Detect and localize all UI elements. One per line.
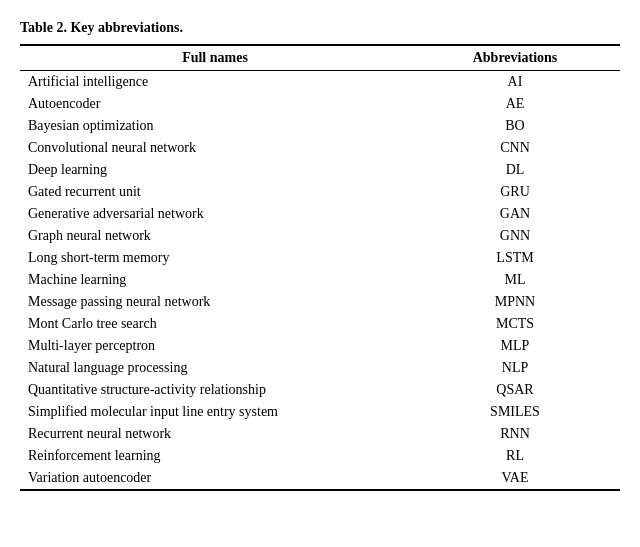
cell-abbreviation: NLP [410, 357, 620, 379]
table-row: Reinforcement learningRL [20, 445, 620, 467]
cell-abbreviation: GRU [410, 181, 620, 203]
cell-abbreviation: MPNN [410, 291, 620, 313]
cell-full-name: Generative adversarial network [20, 203, 410, 225]
table-row: Recurrent neural networkRNN [20, 423, 620, 445]
cell-abbreviation: GNN [410, 225, 620, 247]
column-header-abbreviations: Abbreviations [410, 45, 620, 71]
cell-full-name: Artificial intelligence [20, 71, 410, 94]
cell-full-name: Gated recurrent unit [20, 181, 410, 203]
cell-abbreviation: AE [410, 93, 620, 115]
table-header-row: Full names Abbreviations [20, 45, 620, 71]
table-row: Deep learningDL [20, 159, 620, 181]
cell-full-name: Convolutional neural network [20, 137, 410, 159]
column-header-full-names: Full names [20, 45, 410, 71]
cell-full-name: Machine learning [20, 269, 410, 291]
table-row: Mont Carlo tree searchMCTS [20, 313, 620, 335]
cell-abbreviation: SMILES [410, 401, 620, 423]
cell-abbreviation: ML [410, 269, 620, 291]
table-row: Bayesian optimizationBO [20, 115, 620, 137]
table-row: Simplified molecular input line entry sy… [20, 401, 620, 423]
table-row: Gated recurrent unitGRU [20, 181, 620, 203]
cell-full-name: Message passing neural network [20, 291, 410, 313]
cell-full-name: Mont Carlo tree search [20, 313, 410, 335]
cell-abbreviation: AI [410, 71, 620, 94]
table-row: Artificial intelligenceAI [20, 71, 620, 94]
table-row: Generative adversarial networkGAN [20, 203, 620, 225]
cell-abbreviation: RNN [410, 423, 620, 445]
cell-full-name: Variation autoencoder [20, 467, 410, 490]
table-row: Natural language processingNLP [20, 357, 620, 379]
cell-full-name: Reinforcement learning [20, 445, 410, 467]
cell-full-name: Graph neural network [20, 225, 410, 247]
cell-abbreviation: VAE [410, 467, 620, 490]
cell-full-name: Autoencoder [20, 93, 410, 115]
cell-full-name: Natural language processing [20, 357, 410, 379]
cell-abbreviation: MCTS [410, 313, 620, 335]
cell-full-name: Long short-term memory [20, 247, 410, 269]
table-row: Message passing neural networkMPNN [20, 291, 620, 313]
cell-abbreviation: RL [410, 445, 620, 467]
cell-abbreviation: GAN [410, 203, 620, 225]
cell-abbreviation: CNN [410, 137, 620, 159]
cell-abbreviation: LSTM [410, 247, 620, 269]
abbreviations-table: Full names Abbreviations Artificial inte… [20, 44, 620, 491]
cell-full-name: Bayesian optimization [20, 115, 410, 137]
table-row: Convolutional neural networkCNN [20, 137, 620, 159]
table-row: Long short-term memoryLSTM [20, 247, 620, 269]
cell-full-name: Deep learning [20, 159, 410, 181]
cell-abbreviation: DL [410, 159, 620, 181]
cell-full-name: Multi-layer perceptron [20, 335, 410, 357]
cell-full-name: Recurrent neural network [20, 423, 410, 445]
table-row: Multi-layer perceptronMLP [20, 335, 620, 357]
table-row: Graph neural networkGNN [20, 225, 620, 247]
cell-full-name: Simplified molecular input line entry sy… [20, 401, 410, 423]
table-row: Quantitative structure-activity relation… [20, 379, 620, 401]
cell-abbreviation: MLP [410, 335, 620, 357]
table-row: Machine learningML [20, 269, 620, 291]
table-title: Table 2. Key abbreviations. [20, 20, 620, 36]
table-row: Variation autoencoderVAE [20, 467, 620, 490]
cell-full-name: Quantitative structure-activity relation… [20, 379, 410, 401]
cell-abbreviation: BO [410, 115, 620, 137]
cell-abbreviation: QSAR [410, 379, 620, 401]
table-row: AutoencoderAE [20, 93, 620, 115]
